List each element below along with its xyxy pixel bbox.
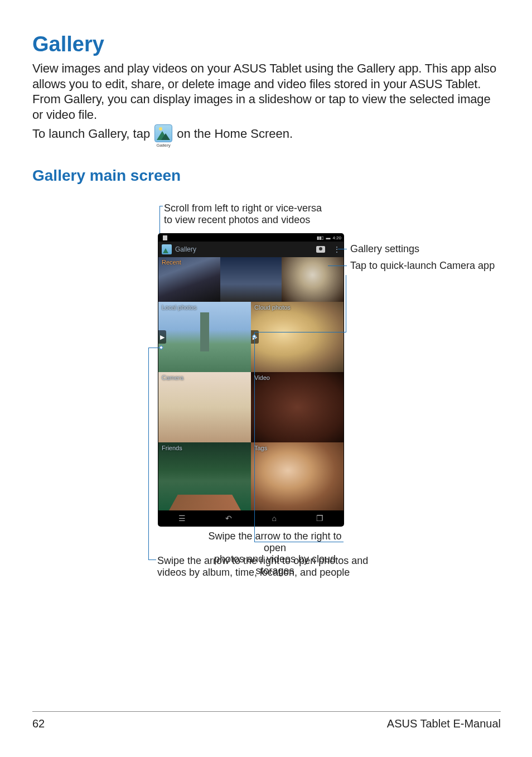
callout-camera: Tap to quick-launch Camera app [350, 260, 495, 272]
nav-menu-icon[interactable]: ☰ [178, 514, 186, 523]
diagram-area: Scroll from left to right or vice-versa … [32, 202, 501, 582]
callout-recent-scroll: Scroll from left to right or vice-versa … [164, 202, 322, 225]
local-photos-tile[interactable]: Local photos ▶ [158, 302, 251, 372]
nav-back-icon[interactable]: ↶ [225, 514, 232, 523]
battery-icon: ▬ [326, 235, 330, 240]
cloud-photos-tile[interactable]: Cloud photos ▶ [251, 302, 344, 372]
gallery-icon [162, 244, 172, 254]
recent-strip[interactable]: Recent [158, 257, 344, 302]
recent-label: Recent [162, 259, 181, 266]
tags-tile[interactable]: Tags [251, 442, 344, 513]
nav-home-icon[interactable]: ⌂ [272, 514, 276, 523]
footer-title: ASUS Tablet E-Manual [387, 717, 501, 730]
camera-icon[interactable] [316, 246, 325, 253]
launch-text-pre: To launch Gallery, tap [32, 127, 150, 141]
nav-recent-icon[interactable]: ❐ [316, 514, 323, 523]
page-number: 62 [32, 717, 45, 730]
video-tile[interactable]: Video [251, 372, 344, 442]
callout-album-swipe: Swipe the arrow to the right to open pho… [157, 555, 391, 578]
sd-card-icon [163, 235, 167, 240]
status-bar: ▮▮▯ ▬ 4:20 [158, 234, 344, 242]
heading-main-screen: Gallery main screen [32, 167, 501, 185]
status-time: 4:20 [332, 235, 341, 240]
launch-instruction: To launch Gallery, tap Gallery on the Ho… [32, 127, 501, 148]
intro-paragraph: View images and play videos on your ASUS… [32, 61, 501, 122]
gallery-icon-caption: Gallery [156, 143, 170, 148]
page-footer: 62 ASUS Tablet E-Manual [32, 711, 501, 730]
local-arrow-icon[interactable]: ▶ [158, 330, 166, 344]
appbar-title: Gallery [175, 245, 313, 253]
app-bar: Gallery ⋮ [158, 242, 344, 257]
gallery-app-icon [154, 124, 172, 142]
nav-bar: ☰ ↶ ⌂ ❐ [158, 510, 344, 526]
callout-settings: Gallery settings [350, 243, 419, 255]
recent-thumb-3[interactable] [282, 257, 344, 302]
recent-thumb-2[interactable] [220, 257, 282, 302]
device-screenshot: ▮▮▯ ▬ 4:20 Gallery ⋮ Recent Local photos… [158, 234, 344, 526]
camera-tile[interactable]: Camera [158, 372, 251, 442]
launch-text-post: on the Home Screen. [177, 127, 293, 141]
signal-icon: ▮▮▯ [317, 235, 323, 240]
overflow-menu-icon[interactable]: ⋮ [333, 246, 340, 253]
friends-tile[interactable]: Friends [158, 442, 251, 513]
heading-gallery: Gallery [32, 32, 501, 56]
